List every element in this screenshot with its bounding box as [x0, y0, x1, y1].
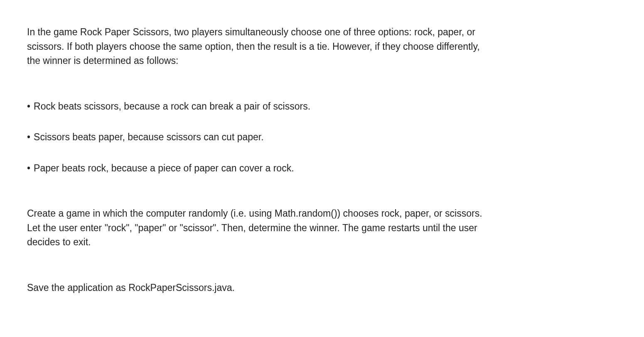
bullet-icon: •: [27, 161, 30, 176]
list-item-text: Paper beats rock, because a piece of pap…: [34, 161, 294, 176]
save-instruction-paragraph: Save the application as RockPaperScissor…: [27, 281, 480, 295]
rules-list: • Rock beats scissors, because a rock ca…: [27, 99, 617, 176]
task-instruction-paragraph: Create a game in which the computer rand…: [27, 206, 484, 249]
list-item: • Paper beats rock, because a piece of p…: [27, 161, 617, 176]
list-item-text: Rock beats scissors, because a rock can …: [34, 99, 310, 114]
list-item: • Scissors beats paper, because scissors…: [27, 130, 617, 144]
bullet-icon: •: [27, 99, 30, 114]
list-item: • Rock beats scissors, because a rock ca…: [27, 99, 617, 114]
intro-paragraph: In the game Rock Paper Scissors, two pla…: [27, 25, 480, 68]
list-item-text: Scissors beats paper, because scissors c…: [34, 130, 264, 144]
bullet-icon: •: [27, 130, 30, 144]
